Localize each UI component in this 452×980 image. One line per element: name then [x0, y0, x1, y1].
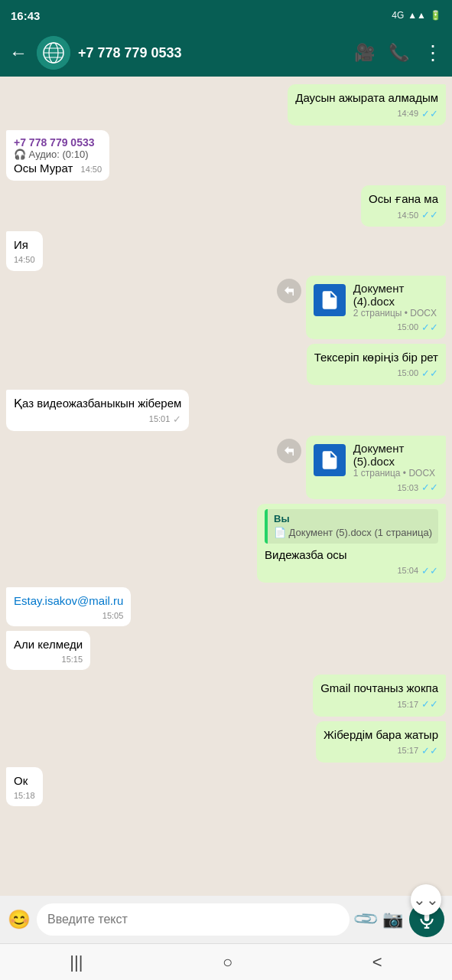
message-row: Вы 📄 Документ (5).docx (1 страница) Виде…: [6, 504, 446, 583]
message-bubble: Осы ғана ма 14:50 ✓✓: [361, 185, 446, 227]
message-row: Документ (4).docx 2 страницы • DOCX 15:0…: [6, 276, 446, 339]
audio-info: 🎧 Аудио: (0:10): [14, 149, 102, 160]
message-text: Қаз видеожазбаныкын жіберем: [14, 397, 181, 410]
video-call-button[interactable]: 🎥: [354, 43, 375, 63]
doc-name: Документ (5).docx: [353, 442, 438, 468]
message-ticks: ✓✓: [421, 482, 438, 493]
message-time: 15:17: [397, 699, 418, 710]
doc-bubble: Документ (5).docx 1 страница • DOCX 15:0…: [306, 436, 446, 499]
status-time: 16:43: [11, 9, 40, 22]
message-bubble: Estay.isakov@mail.ru 15:05: [6, 587, 131, 626]
chat-header: ← +7 778 779 0533 🎥 📞 ⋮: [0, 29, 452, 77]
message-time: 15:15: [62, 654, 83, 665]
doc-sub: 1 страница • DOCX: [353, 468, 438, 479]
nav-recent-button[interactable]: |||: [70, 952, 83, 972]
message-text: Ия: [14, 238, 28, 251]
message-time: 15:17: [397, 745, 418, 756]
input-bar: 😊 📎 📷: [0, 896, 452, 943]
message-row: Ок 15:18: [6, 767, 446, 806]
message-time: 15:01: [149, 413, 171, 425]
chat-area: Даусын ажырата алмадым 14:49 ✓✓ +7 778 7…: [0, 77, 452, 896]
message-ticks: ✓✓: [421, 697, 438, 711]
message-ticks: ✓✓: [421, 208, 438, 222]
message-row: +7 778 779 0533 🎧 Аудио: (0:10) Осы Мура…: [6, 130, 446, 181]
attach-button[interactable]: 📎: [352, 905, 380, 933]
message-time: 14:50: [81, 165, 102, 174]
doc-sub: 2 страницы • DOCX: [353, 308, 438, 318]
nav-home-button[interactable]: ○: [223, 952, 233, 972]
message-time: 14:50: [14, 254, 35, 266]
contact-name: +7 778 779 0533: [78, 45, 346, 61]
message-row: Осы ғана ма 14:50 ✓✓: [6, 185, 446, 227]
message-time: 15:03: [397, 483, 418, 492]
forward-icon: [277, 439, 301, 463]
message-text: Ок: [14, 774, 28, 787]
message-row: Тексеріп көріңіз бір рет 15:00 ✓✓: [6, 344, 446, 385]
header-actions: 🎥 📞 ⋮: [354, 41, 443, 65]
status-bar: 16:43 4G ▲▲ 🔋: [0, 0, 452, 29]
message-text: Gmail почтаныз жокпа: [320, 681, 438, 694]
message-ticks: ✓✓: [421, 744, 438, 758]
message-text: Даусын ажырата алмадым: [295, 91, 438, 104]
message-text: Али келмеди: [14, 638, 83, 651]
message-time: 14:49: [397, 108, 418, 119]
message-row: Қаз видеожазбаныкын жіберем 15:01 ✓: [6, 390, 446, 431]
message-time: 15:00: [397, 322, 418, 332]
signal-icon: ▲▲: [408, 10, 426, 21]
audio-name: Осы Мурат 14:50: [14, 162, 102, 175]
avatar: [37, 36, 70, 70]
message-bubble: Қаз видеожазбаныкын жіберем 15:01 ✓: [6, 390, 189, 431]
scroll-down-button[interactable]: ⌄⌄: [411, 884, 441, 896]
message-bubble: Тексеріп көріңіз бір рет 15:00 ✓✓: [307, 344, 446, 385]
audio-sender: +7 778 779 0533: [14, 136, 102, 149]
menu-button[interactable]: ⋮: [423, 41, 443, 65]
doc-name: Документ (4).docx: [353, 282, 438, 308]
bottom-nav: ||| ○ <: [0, 943, 452, 980]
status-icons: 4G ▲▲ 🔋: [392, 10, 441, 21]
message-row: Жібердім бара жатыр 15:17 ✓✓: [6, 721, 446, 763]
message-text: Осы ғана ма: [369, 192, 438, 205]
message-ticks: ✓: [173, 413, 181, 426]
network-icon: 4G: [392, 10, 404, 21]
nav-back-button[interactable]: <: [372, 952, 382, 972]
message-text: Жібердім бара жатыр: [324, 728, 438, 741]
camera-button[interactable]: 📷: [382, 910, 403, 929]
message-text: Видежазба осы: [265, 548, 347, 561]
message-bubble: Вы 📄 Документ (5).docx (1 страница) Виде…: [257, 504, 446, 583]
message-time: 15:04: [397, 565, 418, 577]
message-ticks: ✓✓: [421, 107, 438, 121]
reply-sender: Вы: [274, 512, 432, 526]
message-ticks: ✓✓: [421, 564, 438, 578]
reply-text: 📄 Документ (5).docx (1 страница): [274, 526, 432, 540]
message-bubble: Али келмеди 15:15: [6, 631, 90, 670]
forward-icon: [277, 279, 301, 303]
back-button[interactable]: ←: [9, 42, 28, 64]
doc-bubble: Документ (4).docx 2 страницы • DOCX 15:0…: [306, 276, 446, 339]
message-time: 15:18: [14, 790, 35, 802]
message-link[interactable]: Estay.isakov@mail.ru: [14, 594, 123, 607]
doc-icon: [314, 444, 346, 476]
reply-quote: Вы 📄 Документ (5).docx (1 страница): [265, 509, 438, 543]
message-bubble: Ия 14:50: [6, 231, 43, 270]
doc-icon: [314, 284, 346, 316]
emoji-button[interactable]: 😊: [8, 909, 31, 930]
message-row: Estay.isakov@mail.ru 15:05: [6, 587, 446, 626]
message-ticks: ✓✓: [421, 322, 438, 333]
message-bubble: Даусын ажырата алмадым 14:49 ✓✓: [288, 84, 446, 126]
message-bubble: Жібердім бара жатыр 15:17 ✓✓: [316, 721, 446, 763]
message-time: 15:05: [102, 610, 124, 622]
header-info: +7 778 779 0533: [78, 45, 346, 61]
call-button[interactable]: 📞: [389, 43, 409, 63]
message-time: 15:00: [397, 368, 418, 379]
audio-bubble: +7 778 779 0533 🎧 Аудио: (0:10) Осы Мура…: [6, 130, 109, 181]
message-row: Gmail почтаныз жокпа 15:17 ✓✓: [6, 675, 446, 716]
message-bubble: Ок 15:18: [6, 767, 43, 806]
message-row: Даусын ажырата алмадым 14:49 ✓✓: [6, 84, 446, 126]
message-row: Документ (5).docx 1 страница • DOCX 15:0…: [6, 436, 446, 499]
message-time: 14:50: [397, 210, 418, 221]
battery-icon: 🔋: [430, 10, 441, 21]
message-input[interactable]: [37, 903, 350, 936]
message-row: Али келмеди 15:15: [6, 631, 446, 670]
message-ticks: ✓✓: [421, 367, 438, 381]
message-bubble: Gmail почтаныз жокпа 15:17 ✓✓: [313, 675, 446, 716]
